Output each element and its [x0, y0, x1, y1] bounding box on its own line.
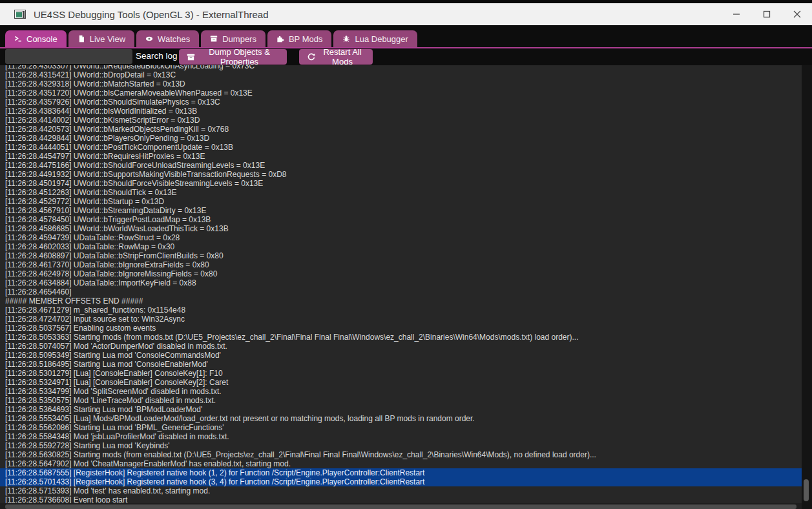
restart-mods-button[interactable]: Restart All Mods: [299, 49, 373, 65]
dump-objects-button[interactable]: Dump Objects & Properties: [179, 49, 287, 65]
document-icon: [78, 35, 85, 43]
refresh-icon: [307, 53, 315, 61]
tab-console[interactable]: Console: [5, 30, 67, 47]
log-line[interactable]: [11:26:28.5584348] Mod 'jsbLuaProfilerMo…: [0, 432, 802, 441]
console-log-lines: [11:26:28.4303307] UWorld::bRequestedBlo…: [0, 65, 802, 503]
tab-label: Dumpers: [222, 34, 256, 44]
horizontal-scrollbar-thumb[interactable]: [5, 504, 796, 509]
log-line[interactable]: [11:26:28.5364693] Starting Lua mod 'BPM…: [0, 405, 802, 414]
log-line[interactable]: [11:26:28.4351720] UWorld::bIsCameraMove…: [0, 88, 802, 98]
log-line[interactable]: [11:26:28.4444051] UWorld::bPostTickComp…: [0, 143, 802, 152]
window-title: UE4SS Debugging Tools (OpenGL 3) - Exter…: [34, 9, 269, 20]
log-line-selected[interactable]: [11:26:28.5701433] [RegisterHook] Regist…: [0, 477, 802, 486]
log-line[interactable]: [11:26:28.4454797] UWorld::bRequiresHitP…: [0, 152, 802, 161]
log-line[interactable]: ##### MEMBER OFFSETS END #####: [0, 296, 802, 306]
window-controls: [721, 3, 812, 25]
log-line[interactable]: [11:26:28.5053363] Starting mods (from m…: [0, 333, 802, 342]
log-line[interactable]: [11:26:28.5562086] Starting Lua mod 'BPM…: [0, 423, 802, 432]
log-line[interactable]: [11:26:28.4624978] UDataTable::bIgnoreMi…: [0, 269, 802, 278]
log-line[interactable]: [11:26:28.4429844] UWorld::bPlayersOnlyP…: [0, 134, 802, 143]
log-line[interactable]: [11:26:28.4617370] UDataTable::bIgnoreEx…: [0, 260, 802, 269]
minimize-button[interactable]: [721, 3, 751, 25]
console-log[interactable]: [11:26:28.4303307] UWorld::bRequestedBlo…: [0, 65, 802, 503]
maximize-icon: [763, 10, 771, 18]
archive-icon: [187, 53, 195, 61]
tab-lua-debugger[interactable]: Lua Debugger: [333, 30, 417, 47]
close-button[interactable]: [782, 3, 812, 25]
tab-label: Console: [26, 34, 57, 44]
log-line[interactable]: [11:26:28.5324971] [Lua] [ConsoleEnabler…: [0, 378, 802, 387]
dump-objects-label: Dump Objects & Properties: [200, 47, 279, 67]
log-line[interactable]: [11:26:28.5334799] Mod 'SplitScreenMod' …: [0, 387, 802, 396]
log-line[interactable]: [11:26:28.4654460]: [0, 287, 802, 296]
tab-label: BP Mods: [289, 34, 323, 44]
log-line[interactable]: [11:26:28.5630825] Starting mods (from e…: [0, 450, 802, 459]
log-line[interactable]: [11:26:28.4475166] UWorld::bShouldForceU…: [0, 161, 802, 170]
log-line[interactable]: [11:26:28.4512263] UWorld::bShouldTick =…: [0, 188, 802, 197]
tab-dumpers[interactable]: Dumpers: [201, 30, 265, 47]
log-line[interactable]: [11:26:28.5350575] Mod 'LineTraceMod' di…: [0, 396, 802, 405]
tab-bar: ConsoleLive ViewWatchesDumpersBP ModsLua…: [5, 30, 417, 47]
horizontal-scrollbar[interactable]: [0, 503, 802, 509]
log-line[interactable]: [11:26:28.5301279] [Lua] [ConsoleEnabler…: [0, 369, 802, 378]
log-line[interactable]: [11:26:28.5553405] [Lua] Mods/BPModLoade…: [0, 414, 802, 423]
log-line[interactable]: [11:26:28.4383644] UWorld::bIsWorldIniti…: [0, 107, 802, 116]
log-line[interactable]: [11:26:28.4303307] UWorld::bRequestedBlo…: [0, 65, 802, 70]
log-line[interactable]: [11:26:28.5037567] Enabling custom event…: [0, 324, 802, 333]
log-line[interactable]: [11:26:28.5095349] Starting Lua mod 'Con…: [0, 351, 802, 360]
toolbar: Search log Dump Objects & Properties Res…: [0, 49, 812, 65]
log-line[interactable]: [11:26:28.5715393] Mod 'test' has enable…: [0, 486, 802, 495]
log-line[interactable]: [11:26:28.4671279] m_shared_functions: 0…: [0, 306, 802, 315]
log-line[interactable]: [11:26:28.4357926] UWorld::bShouldSimula…: [0, 98, 802, 107]
tab-live-view[interactable]: Live View: [68, 30, 134, 47]
log-line-selected[interactable]: [11:26:28.5687555] [RegisterHook] Regist…: [0, 468, 802, 477]
log-line[interactable]: [11:26:28.5074057] Mod 'ActorDumperMod' …: [0, 342, 802, 351]
search-input[interactable]: [5, 49, 132, 64]
log-line[interactable]: [11:26:28.4420573] UWorld::bMarkedObject…: [0, 125, 802, 134]
maximize-button[interactable]: [751, 3, 782, 25]
log-line[interactable]: [11:26:28.4315421] UWorld::bDropDetail =…: [0, 70, 802, 79]
tab-label: Live View: [90, 34, 125, 44]
eye-icon: [145, 35, 153, 43]
log-line[interactable]: [11:26:28.5592728] Starting Lua mod 'Key…: [0, 441, 802, 450]
tab-watches[interactable]: Watches: [136, 30, 199, 47]
archive-icon: [210, 35, 218, 43]
minimize-icon: [733, 10, 740, 18]
log-line[interactable]: [11:26:28.5736608] Event loop start: [0, 495, 802, 503]
log-line[interactable]: [11:26:28.4491932] UWorld::bSupportsMaki…: [0, 170, 802, 179]
log-line[interactable]: [11:26:28.4578450] UWorld::bTriggerPostL…: [0, 215, 802, 224]
app-window: UE4SS Debugging Tools (OpenGL 3) - Exter…: [0, 0, 812, 509]
log-line[interactable]: [11:26:28.4634884] UDataTable::ImportKey…: [0, 278, 802, 287]
app-icon: [14, 10, 26, 19]
puzzle-icon: [276, 35, 284, 43]
log-line[interactable]: [11:26:28.4724702] Input source set to: …: [0, 315, 802, 324]
log-line[interactable]: [11:26:28.4329318] UWorld::bMatchStarted…: [0, 79, 802, 88]
titlebar[interactable]: UE4SS Debugging Tools (OpenGL 3) - Exter…: [0, 3, 812, 25]
bug-icon: [342, 35, 350, 43]
log-line[interactable]: [11:26:28.5186495] Starting Lua mod 'Con…: [0, 360, 802, 369]
terminal-icon: [14, 35, 22, 43]
log-line[interactable]: [11:26:28.4501974] UWorld::bShouldForceV…: [0, 179, 802, 188]
tab-bp-mods[interactable]: BP Mods: [267, 30, 332, 47]
log-line[interactable]: [11:26:28.4567910] UWorld::bStreamingDat…: [0, 206, 802, 215]
log-line[interactable]: [11:26:28.4586685] UWorld::bWorldWasLoad…: [0, 224, 802, 233]
log-line[interactable]: [11:26:28.5647902] Mod 'CheatManagerEnab…: [0, 459, 802, 468]
tab-label: Watches: [158, 34, 190, 44]
log-line[interactable]: [11:26:28.4608897] UDataTable::bStripFro…: [0, 251, 802, 260]
log-line[interactable]: [11:26:28.4529772] UWorld::bStartup = 0x…: [0, 197, 802, 206]
log-line[interactable]: [11:26:28.4602033] UDataTable::RowMap = …: [0, 242, 802, 251]
close-icon: [793, 10, 801, 18]
log-line[interactable]: [11:26:28.4414002] UWorld::bKismetScript…: [0, 116, 802, 125]
tab-label: Lua Debugger: [355, 34, 408, 44]
log-line[interactable]: [11:26:28.4594739] UDataTable::RowStruct…: [0, 233, 802, 242]
tab-underline: [0, 47, 812, 48]
restart-mods-label: Restart All Mods: [320, 47, 365, 67]
vertical-scrollbar[interactable]: [802, 65, 812, 509]
vertical-scrollbar-thumb[interactable]: [804, 479, 809, 501]
search-log-label: Search log: [136, 51, 178, 61]
